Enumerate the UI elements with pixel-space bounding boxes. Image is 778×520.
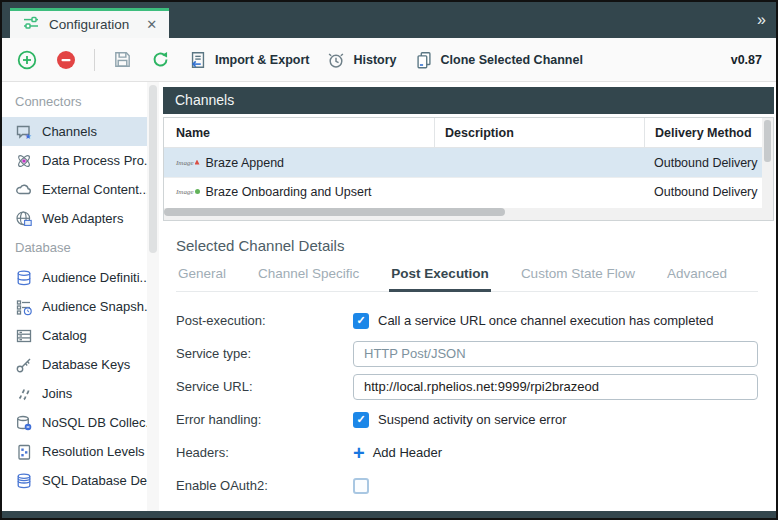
sidebar: Connectors ★ Channels Data Process Pro..… <box>2 82 147 511</box>
import-export-label: Import & Export <box>215 53 309 67</box>
channel-delivery-method: Outbound Delivery <box>644 156 773 170</box>
post-execution-label: Post-execution: <box>176 313 353 328</box>
database-icon <box>15 269 33 287</box>
channels-table: Name Description Delivery Method Image B… <box>163 117 774 221</box>
window-bottom-edge <box>2 511 776 518</box>
sidebar-scrollbar[interactable] <box>147 82 159 511</box>
error-handling-label: Error handling: <box>176 412 353 427</box>
globe-icon <box>15 210 33 228</box>
sidebar-item-sql-database-definitions[interactable]: SQL Database De... <box>2 466 147 495</box>
tab-configuration[interactable]: Configuration ✕ <box>10 8 169 38</box>
service-type-label: Service type: <box>176 346 353 361</box>
toolbar-divider <box>94 49 95 71</box>
tab-channel-specific[interactable]: Channel Specific <box>256 266 361 291</box>
sidebar-item-external-content[interactable]: External Content... <box>2 175 147 204</box>
table-horizontal-scrollbar[interactable] <box>164 208 773 220</box>
toolbar: Import & Export History Clone <box>2 38 776 82</box>
sliders-icon <box>22 14 40 36</box>
broken-image-icon <box>195 189 200 194</box>
add-header-label: Add Header <box>373 445 442 460</box>
sidebar-item-database-keys[interactable]: Database Keys <box>2 350 147 379</box>
broken-image-icon <box>195 160 200 165</box>
enable-oauth2-label: Enable OAuth2: <box>176 478 353 493</box>
tab-advanced[interactable]: Advanced <box>665 266 729 291</box>
tab-custom-state-flow[interactable]: Custom State Flow <box>519 266 637 291</box>
import-export-icon <box>188 50 208 70</box>
tab-title: Configuration <box>49 17 129 32</box>
sidebar-item-catalog[interactable]: Catalog <box>2 321 147 350</box>
plus-icon: + <box>353 445 365 461</box>
table-header-row: Name Description Delivery Method <box>164 118 773 148</box>
service-url-input[interactable] <box>353 374 758 400</box>
post-execution-checkbox-label: Call a service URL once channel executio… <box>378 313 714 328</box>
table-vertical-scrollbar[interactable] <box>762 118 773 208</box>
table-vertical-scrollbar-thumb[interactable] <box>764 120 771 162</box>
sidebar-item-audience-snapshots[interactable]: Audience Snapsh... <box>2 292 147 321</box>
tab-post-execution[interactable]: Post Execution <box>389 266 491 292</box>
table-horizontal-scrollbar-thumb[interactable] <box>164 208 505 216</box>
service-url-label: Service URL: <box>176 379 353 394</box>
channel-delivery-method: Outbound Delivery <box>644 185 773 199</box>
enable-oauth2-checkbox[interactable] <box>353 478 369 494</box>
history-label: History <box>353 53 396 67</box>
channel-name: Braze Onboarding and Upsert <box>206 185 372 199</box>
add-button[interactable] <box>16 49 38 71</box>
chevrons-right-icon[interactable]: » <box>757 11 764 29</box>
details-tabs: General Channel Specific Post Execution … <box>176 266 758 292</box>
table-row[interactable]: Image Braze Onboarding and Upsert Outbou… <box>164 177 773 206</box>
version-label: v0.87 <box>731 53 762 67</box>
sidebar-scrollbar-thumb[interactable] <box>149 85 157 253</box>
column-header-description[interactable]: Description <box>434 118 644 147</box>
key-icon <box>15 356 33 374</box>
sidebar-item-resolution-levels[interactable]: Resolution Levels <box>2 437 147 466</box>
save-button[interactable] <box>112 49 133 70</box>
sidebar-section-connectors: Connectors <box>2 87 147 117</box>
import-export-button[interactable]: Import & Export <box>188 50 309 70</box>
minus-circle-icon <box>55 49 77 71</box>
details-title: Selected Channel Details <box>176 237 758 254</box>
channels-panel-header: Channels <box>163 87 774 114</box>
headers-label: Headers: <box>176 445 353 460</box>
service-type-input[interactable] <box>353 341 758 367</box>
resolution-levels-icon <box>15 443 33 461</box>
configuration-window: Configuration ✕ » <box>0 0 778 520</box>
channel-name: Braze Append <box>206 156 285 170</box>
sidebar-item-joins[interactable]: Joins <box>2 379 147 408</box>
sidebar-item-nosql-db-collections[interactable]: NoSQL DB Collec... <box>2 408 147 437</box>
column-header-name[interactable]: Name <box>164 126 434 140</box>
sidebar-section-database: Database <box>2 233 147 263</box>
selected-channel-details: Selected Channel Details General Channel… <box>163 221 774 511</box>
history-button[interactable]: History <box>326 50 396 70</box>
catalog-icon <box>15 327 33 345</box>
save-icon <box>112 49 133 70</box>
clone-icon <box>414 50 434 70</box>
error-handling-checkbox-label: Suspend activity on service error <box>378 412 567 427</box>
remove-button[interactable] <box>55 49 77 71</box>
main-panel: Channels Name Description Delivery Metho… <box>159 82 776 511</box>
channel-logo-placeholder: Image <box>176 159 200 167</box>
check-icon: ✓ <box>356 413 365 426</box>
joins-icon <box>15 385 33 403</box>
close-icon[interactable]: ✕ <box>146 17 157 32</box>
tab-general[interactable]: General <box>176 266 228 291</box>
clone-channel-button[interactable]: Clone Selected Channel <box>414 50 583 70</box>
nosql-database-icon <box>15 414 33 432</box>
channels-panel-title: Channels <box>175 92 234 108</box>
post-execution-checkbox[interactable]: ✓ <box>353 313 369 329</box>
sidebar-item-audience-definitions[interactable]: Audience Definiti... <box>2 263 147 292</box>
sidebar-item-web-adapters[interactable]: Web Adapters <box>2 204 147 233</box>
svg-text:★: ★ <box>25 132 32 141</box>
sidebar-item-channels[interactable]: ★ Channels <box>2 117 147 146</box>
column-header-delivery-method[interactable]: Delivery Method <box>644 118 773 147</box>
add-header-button[interactable]: + Add Header <box>353 445 442 461</box>
sql-database-icon <box>15 472 33 490</box>
refresh-button[interactable] <box>150 49 171 70</box>
atom-icon <box>15 152 33 170</box>
table-row[interactable]: Image Braze Append Outbound Delivery <box>164 148 773 177</box>
window-topbar: Configuration ✕ » <box>2 2 776 38</box>
post-execution-form: Post-execution: ✓ Call a service URL onc… <box>176 304 758 502</box>
chat-star-icon: ★ <box>15 123 33 141</box>
history-clock-icon <box>326 50 346 70</box>
sidebar-item-data-process-projects[interactable]: Data Process Pro... <box>2 146 147 175</box>
error-handling-checkbox[interactable]: ✓ <box>353 412 369 428</box>
